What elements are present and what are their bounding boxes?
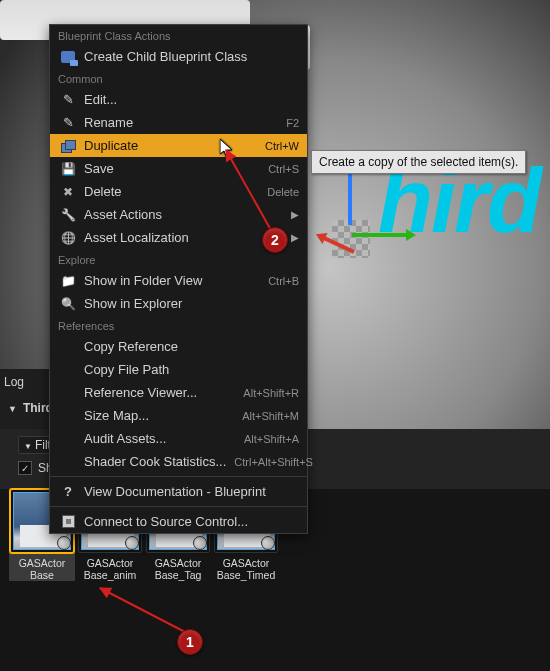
menu-section-header: References (50, 315, 307, 335)
annotation-marker: 2 (262, 227, 288, 253)
shortcut: Alt+Shift+M (242, 410, 299, 422)
delete-icon (60, 184, 76, 200)
asset-name: GASActorBase_Timed (213, 553, 279, 581)
help-icon (60, 484, 76, 500)
menu-item-delete[interactable]: Delete Delete (50, 180, 307, 203)
menu-item-connect-source-control[interactable]: Connect to Source Control... (50, 510, 307, 533)
chevron-down-icon: ▼ (8, 404, 17, 414)
gizmo-y-axis[interactable] (352, 233, 408, 237)
asset-name: GASActorBase_anim (77, 553, 143, 581)
menu-item-show-in-folder-view[interactable]: Show in Folder View Ctrl+B (50, 269, 307, 292)
wrench-icon (60, 207, 76, 223)
blank-icon (60, 454, 76, 470)
annotation-marker: 1 (177, 629, 203, 655)
menu-item-create-child-blueprint[interactable]: Create Child Blueprint Class (50, 45, 307, 68)
asset-name: GASActorBase_Tag (145, 553, 211, 581)
menu-section-header: Explore (50, 249, 307, 269)
shortcut: Ctrl+B (268, 275, 299, 287)
blank-icon (60, 431, 76, 447)
gizmo-z-axis[interactable] (348, 165, 352, 225)
shortcut: F2 (286, 117, 299, 129)
shortcut: Alt+Shift+A (244, 433, 299, 445)
menu-item-duplicate[interactable]: Duplicate Ctrl+W (50, 134, 307, 157)
menu-item-copy-reference[interactable]: Copy Reference (50, 335, 307, 358)
blank-icon (60, 385, 76, 401)
asset-type-badge-icon (193, 536, 207, 550)
show-checkbox[interactable] (18, 461, 32, 475)
shortcut: Delete (267, 186, 299, 198)
asset-type-badge-icon (261, 536, 275, 550)
magnifier-icon (60, 296, 76, 312)
source-control-icon (60, 514, 76, 530)
chevron-down-icon: ▼ (24, 442, 32, 451)
menu-section-header: Blueprint Class Actions (50, 25, 307, 45)
menu-section-header: Common (50, 68, 307, 88)
submenu-arrow-icon: ▶ (291, 209, 299, 220)
menu-item-audit-assets[interactable]: Audit Assets... Alt+Shift+A (50, 427, 307, 450)
menu-item-reference-viewer[interactable]: Reference Viewer... Alt+Shift+R (50, 381, 307, 404)
menu-item-save[interactable]: Save Ctrl+S (50, 157, 307, 180)
asset-type-badge-icon (125, 536, 139, 550)
blank-icon (60, 362, 76, 378)
menu-separator (50, 476, 307, 477)
menu-separator (50, 506, 307, 507)
context-menu: Blueprint Class Actions Create Child Blu… (49, 24, 308, 534)
blank-icon (60, 408, 76, 424)
sidebar-fragment: Log ▼Third (0, 369, 50, 429)
shortcut: Ctrl+S (268, 163, 299, 175)
shortcut: Alt+Shift+R (243, 387, 299, 399)
tooltip: Create a copy of the selected item(s). (311, 150, 526, 174)
asset-name: GASActorBase (9, 553, 75, 581)
save-icon (60, 161, 76, 177)
breadcrumb-folder[interactable]: ▼Third (0, 389, 50, 415)
duplicate-icon (60, 138, 76, 154)
shortcut: Ctrl+W (265, 140, 299, 152)
menu-item-show-in-explorer[interactable]: Show in Explorer (50, 292, 307, 315)
transform-gizmo[interactable] (310, 165, 410, 275)
rename-icon (60, 115, 76, 131)
blank-icon (60, 339, 76, 355)
output-log-tab[interactable]: Log (0, 369, 50, 389)
pencil-icon (60, 92, 76, 108)
blueprint-icon (60, 49, 76, 65)
shortcut: Ctrl+Alt+Shift+S (234, 456, 313, 468)
globe-icon (60, 230, 76, 246)
menu-item-shader-cook-statistics[interactable]: Shader Cook Statistics... Ctrl+Alt+Shift… (50, 450, 307, 473)
menu-item-asset-actions[interactable]: Asset Actions ▶ (50, 203, 307, 226)
asset-type-badge-icon (57, 536, 71, 550)
menu-item-rename[interactable]: Rename F2 (50, 111, 307, 134)
menu-item-size-map[interactable]: Size Map... Alt+Shift+M (50, 404, 307, 427)
menu-item-copy-file-path[interactable]: Copy File Path (50, 358, 307, 381)
menu-item-edit[interactable]: Edit... (50, 88, 307, 111)
submenu-arrow-icon: ▶ (291, 232, 299, 243)
menu-item-view-documentation[interactable]: View Documentation - Blueprint (50, 480, 307, 503)
folder-icon (60, 273, 76, 289)
